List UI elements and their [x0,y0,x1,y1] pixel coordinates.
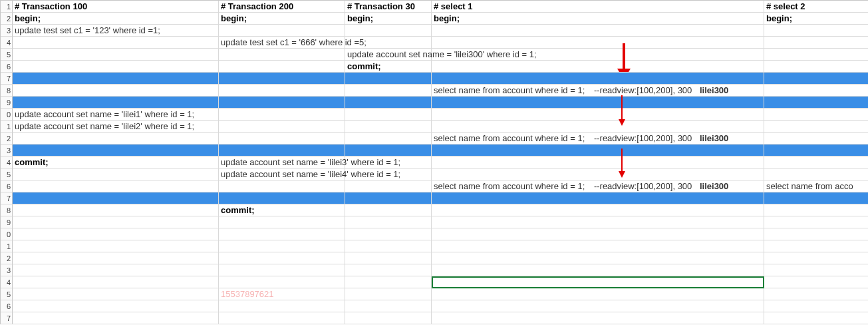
cell[interactable] [764,49,868,61]
cell-highlight[interactable] [432,97,764,109]
selected-cell[interactable] [432,276,764,288]
cell[interactable] [345,85,432,97]
cell-highlight[interactable] [432,192,764,204]
cell[interactable] [764,204,868,216]
cell[interactable]: update account set name = 'lilei4' where… [219,168,345,180]
cell[interactable] [432,61,764,73]
cell-highlight[interactable] [345,73,432,85]
cell[interactable] [432,240,764,252]
cell[interactable] [764,37,868,49]
cell[interactable]: begin; [345,13,432,25]
cell[interactable] [764,61,868,73]
cell[interactable] [432,168,764,180]
cell[interactable] [345,312,432,324]
cell[interactable] [219,228,345,240]
cell[interactable] [219,252,345,264]
cell[interactable] [345,109,432,121]
cell-highlight[interactable] [345,145,432,157]
cell[interactable] [13,300,219,312]
cell[interactable] [219,61,345,73]
cell[interactable] [432,37,764,49]
cell[interactable]: update test set c1 = '123' where id =1; [13,25,219,37]
cell[interactable] [219,276,345,288]
cell[interactable] [764,157,868,168]
cell[interactable] [345,300,432,312]
cell-highlight[interactable] [345,97,432,109]
cell[interactable] [432,157,764,168]
cell[interactable] [345,157,432,168]
cell[interactable]: commit; [345,61,432,73]
cell[interactable] [432,300,764,312]
cell-highlight[interactable] [345,192,432,204]
cell[interactable]: update account set name = 'lilei3' where… [219,157,345,168]
cell[interactable] [13,49,219,61]
cell[interactable] [432,252,764,264]
cell[interactable] [13,85,219,97]
cell[interactable] [432,312,764,324]
cell[interactable] [219,49,345,61]
cell-highlight[interactable] [13,97,219,109]
cell[interactable] [345,276,432,288]
cell[interactable] [345,288,432,300]
cell[interactable] [13,168,219,180]
cell[interactable] [764,216,868,228]
cell[interactable] [13,312,219,324]
cell[interactable]: update account set name = 'lilei2' where… [13,121,219,133]
cell[interactable] [432,109,764,121]
cell[interactable] [764,276,868,288]
cell[interactable] [219,312,345,324]
cell[interactable]: update test set c1 = '666' where id =5; [219,37,345,49]
cell-highlight[interactable] [13,192,219,204]
cell-highlight[interactable] [13,145,219,157]
cell[interactable] [764,300,868,312]
cell[interactable] [764,228,868,240]
cell[interactable] [345,204,432,216]
cell[interactable] [13,61,219,73]
cell[interactable] [764,252,868,264]
cell[interactable] [13,288,219,300]
cell[interactable] [345,168,432,180]
cell[interactable] [13,133,219,145]
cell[interactable] [345,37,432,49]
cell[interactable] [432,264,764,276]
cell[interactable] [13,180,219,192]
cell[interactable] [764,25,868,37]
cell[interactable] [219,264,345,276]
cell[interactable] [764,133,868,145]
cell[interactable] [219,216,345,228]
cell[interactable] [13,276,219,288]
cell[interactable] [764,121,868,133]
cell[interactable] [13,264,219,276]
cell-highlight[interactable] [13,73,219,85]
cell[interactable]: select name from account where id = 1; -… [432,180,764,192]
cell[interactable]: begin; [219,13,345,25]
cell[interactable] [219,180,345,192]
cell[interactable] [219,133,345,145]
cell[interactable] [13,37,219,49]
cell[interactable] [432,121,764,133]
cell[interactable] [219,300,345,312]
cell[interactable]: commit; [13,157,219,168]
cell[interactable] [432,204,764,216]
cell[interactable] [764,240,868,252]
cell-highlight[interactable] [432,73,764,85]
cell-highlight[interactable] [219,192,345,204]
cell[interactable] [13,204,219,216]
cell[interactable] [219,121,345,133]
cell[interactable] [345,121,432,133]
cell[interactable] [345,240,432,252]
cell-highlight[interactable] [764,97,868,109]
cell[interactable] [345,180,432,192]
cell[interactable] [432,49,764,61]
cell[interactable] [432,288,764,300]
cell[interactable] [345,264,432,276]
cell[interactable] [219,240,345,252]
cell[interactable] [345,252,432,264]
cell[interactable] [13,216,219,228]
cell[interactable] [13,252,219,264]
cell-highlight[interactable] [219,145,345,157]
cell[interactable]: begin; [432,13,764,25]
cell[interactable] [13,240,219,252]
cell[interactable] [764,168,868,180]
cell[interactable] [219,85,345,97]
